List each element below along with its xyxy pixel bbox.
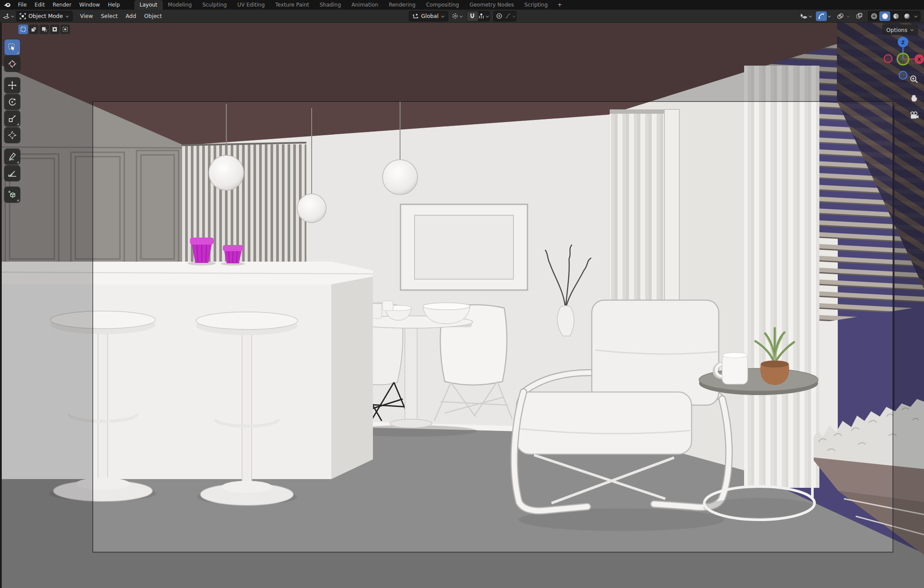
snapping-group: [467, 11, 490, 21]
select-mode-invert[interactable]: [50, 24, 60, 34]
subtool-indicator: [17, 123, 19, 125]
chevron-down-icon[interactable]: [847, 14, 850, 18]
select-mode-extend[interactable]: [29, 24, 39, 34]
magnifier-plus-icon: [909, 75, 919, 84]
show-gizmo-button[interactable]: [816, 11, 827, 21]
tab-scripting[interactable]: Scripting: [519, 0, 553, 10]
overlays-icon: [837, 13, 844, 19]
mode-label: Object Mode: [28, 13, 63, 19]
camera-view-button[interactable]: [906, 108, 922, 122]
select-mode-subtract[interactable]: [39, 24, 49, 34]
pan-button[interactable]: [906, 91, 922, 105]
options-label: Options: [886, 27, 907, 33]
blender-logo-icon[interactable]: [0, 2, 14, 8]
select-mode-set[interactable]: [18, 24, 28, 34]
toggle-xray-button[interactable]: [854, 11, 864, 21]
snap-toggle-button[interactable]: [467, 11, 478, 21]
topbar: File Edit Render Window Help Layout Mode…: [0, 0, 924, 10]
orientation-label: Global: [421, 13, 439, 19]
solid-sphere-icon: [882, 13, 889, 20]
menu-render[interactable]: Render: [49, 0, 75, 10]
shading-solid-button[interactable]: [879, 11, 890, 21]
zoom-button[interactable]: [906, 73, 922, 87]
toolbar: [4, 39, 20, 203]
chevron-down-icon: [460, 14, 463, 18]
add-workspace-button[interactable]: +: [553, 0, 566, 10]
tool-transform[interactable]: [4, 127, 20, 143]
tool-cursor[interactable]: [4, 56, 20, 72]
tab-rendering[interactable]: Rendering: [383, 0, 421, 10]
menu-edit[interactable]: Edit: [31, 0, 49, 10]
tab-shading[interactable]: Shading: [314, 0, 346, 10]
tool-annotate[interactable]: [4, 149, 20, 164]
shading-rendered-button[interactable]: [901, 11, 912, 21]
tab-modeling[interactable]: Modeling: [163, 0, 197, 10]
mode-dropdown[interactable]: Object Mode: [16, 11, 73, 21]
proportional-edit-group: [493, 11, 516, 21]
show-overlays-button[interactable]: [835, 11, 846, 21]
object-mode-icon: [20, 13, 26, 19]
select-mode-row: [18, 24, 70, 34]
viewport-edge: [0, 23, 2, 588]
proportional-edit-icon: [496, 13, 502, 19]
viewport-canvas[interactable]: [0, 0, 924, 588]
menu-file[interactable]: File: [14, 0, 31, 10]
chevron-down-icon[interactable]: [828, 14, 831, 18]
editor-type-button[interactable]: [3, 11, 14, 21]
workspace-tabs: Layout Modeling Sculpting UV Editing Tex…: [134, 0, 566, 10]
tool-measure[interactable]: [4, 165, 20, 181]
viewport-controls: [906, 73, 922, 122]
shading-material-button[interactable]: [890, 11, 901, 21]
shading-dropdown[interactable]: [912, 11, 920, 21]
shading-wireframe-button[interactable]: [868, 11, 879, 21]
tool-rotate[interactable]: [4, 94, 20, 110]
subtool-indicator: [17, 161, 19, 163]
tab-uv-editing[interactable]: UV Editing: [232, 0, 270, 10]
tab-animation[interactable]: Animation: [346, 0, 383, 10]
menu-view[interactable]: View: [76, 13, 97, 19]
chevron-down-icon: [66, 14, 69, 18]
material-sphere-icon: [892, 13, 899, 20]
tab-geometry-nodes[interactable]: Geometry Nodes: [464, 0, 519, 10]
proportional-edit-button[interactable]: [494, 11, 505, 21]
options-button[interactable]: Options: [882, 24, 918, 35]
chevron-down-icon: [11, 14, 14, 18]
chevron-down-icon: [914, 14, 918, 18]
menu-select[interactable]: Select: [97, 13, 122, 19]
falloff-curve-icon: [505, 13, 511, 19]
rendered-sphere-icon: [903, 13, 910, 20]
camera-icon: [909, 111, 919, 120]
curtain-right[interactable]: [744, 66, 819, 488]
menu-add[interactable]: Add: [122, 13, 140, 19]
chevron-down-icon: [441, 14, 445, 18]
picture-frame[interactable]: [401, 204, 527, 290]
falloff-dropdown[interactable]: [505, 11, 516, 21]
tool-select-box[interactable]: [4, 39, 20, 55]
axis-x-label: X: [917, 57, 921, 63]
wireframe-sphere-icon: [871, 13, 878, 20]
transform-orientation-dropdown[interactable]: Global: [409, 11, 448, 21]
tab-compositing[interactable]: Compositing: [421, 0, 464, 10]
chevron-down-icon: [910, 28, 914, 32]
xray-icon: [856, 13, 863, 19]
chevron-down-icon: [513, 14, 516, 18]
tab-layout[interactable]: Layout: [134, 0, 163, 10]
tab-sculpting[interactable]: Sculpting: [197, 0, 232, 10]
menu-window[interactable]: Window: [75, 0, 104, 10]
pivot-point-dropdown[interactable]: [452, 11, 463, 21]
subtool-indicator: [17, 199, 19, 201]
tool-scale[interactable]: [4, 111, 20, 126]
orientation-axes-icon: [412, 13, 418, 19]
visibility-dropdown[interactable]: [800, 11, 812, 21]
menu-help[interactable]: Help: [104, 0, 123, 10]
axis-y-ball[interactable]: [897, 53, 909, 65]
hand-icon: [909, 93, 919, 102]
axis-neg-x-ball[interactable]: [884, 55, 892, 63]
select-mode-intersect[interactable]: [60, 24, 70, 34]
tool-add-cube[interactable]: [4, 187, 20, 203]
tab-texture-paint[interactable]: Texture Paint: [270, 0, 314, 10]
axis-z-label: Z: [901, 40, 905, 46]
menu-object[interactable]: Object: [140, 13, 166, 19]
tool-move[interactable]: [4, 77, 20, 93]
snap-settings-dropdown[interactable]: [478, 11, 489, 21]
